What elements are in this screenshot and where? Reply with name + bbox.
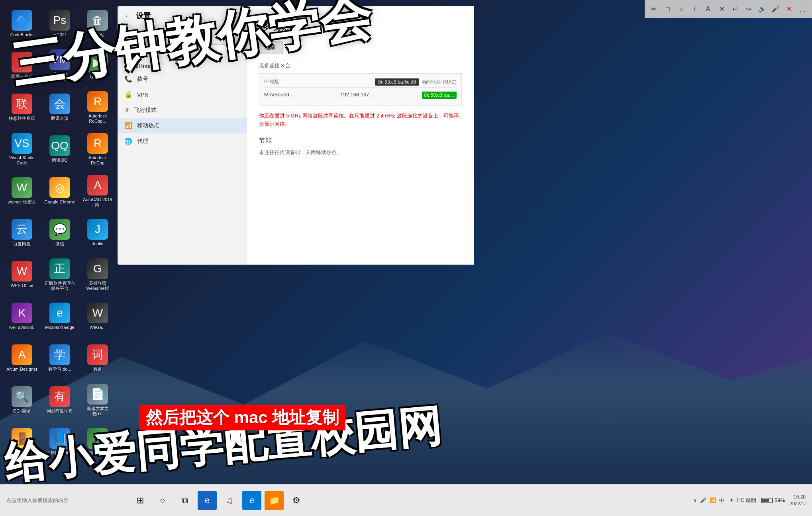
settings-search-box[interactable]: 🔍 [124, 44, 242, 56]
desktop-icon-wegame2[interactable]: W WeGa... [80, 297, 116, 336]
taskbar-start-button[interactable]: ⊞ [131, 491, 150, 510]
mic-button[interactable]: 🎤 [770, 3, 781, 16]
taskbar-edge2-button[interactable]: e [242, 491, 261, 510]
icon-img-voice: 🎤 [87, 428, 108, 449]
settings-nav-hotspot[interactable]: 📶 移动热点 [118, 118, 249, 133]
icon-label-new-txt: 新建文本文档.txt [82, 406, 114, 416]
desktop-icon-tencent-meeting[interactable]: 会 腾讯会议 [42, 88, 78, 127]
mosaic-tool-button[interactable]: ✕ [716, 3, 727, 16]
pencil-tool-button[interactable]: ✏ [649, 3, 660, 16]
battery-pct: 59% [775, 497, 785, 503]
desktop-icon-qc-target[interactable]: 🔍 QC_目录 [4, 380, 40, 420]
desktop-icon-wechat[interactable]: 💬 微信 [42, 213, 78, 253]
desktop-icon-new-txt[interactable]: 📄 新建文本文档.txt [80, 380, 116, 420]
icon-label-keil: Keil uVision5 [9, 325, 34, 330]
desktop-icon-ps2021[interactable]: Ps ps2021 [42, 4, 78, 44]
taskbar-settings-button[interactable]: ⚙ [287, 491, 306, 510]
desktop-icon-chrome[interactable]: ◎ Google Chrome [42, 171, 78, 211]
desktop-icon-wegame[interactable]: G 英雄联盟 WeGame版 [80, 255, 116, 295]
desktop-icon-youxue2[interactable]: 词 有道 [80, 338, 116, 378]
close-toolbar-button[interactable]: ✕ [783, 3, 794, 16]
proxy-label: 代理 [137, 138, 148, 145]
text-tool-button[interactable]: A [702, 3, 714, 16]
taskbar-search-area[interactable]: 在这里输入你要搜索的内容 [0, 497, 127, 504]
icon-img-baidu: 云 [12, 219, 32, 240]
icon-img-netease-dict: 有 [49, 386, 70, 407]
settings-search-input[interactable] [129, 47, 231, 53]
device-mac-highlight: 8c:53:c3:ba:... [422, 92, 457, 99]
settings-home-button[interactable]: ⌂ 主页 [118, 26, 249, 41]
line-tool-button[interactable]: / [689, 3, 700, 16]
device-ip: 192.168.137.... [340, 92, 375, 99]
desktop-icon-joplin[interactable]: J Joplin [80, 213, 116, 253]
desktop-icon-codeblocks[interactable]: 🔷 CodeBlocks [4, 4, 40, 44]
dialup-icon: 📞 [124, 75, 132, 83]
icon-img-lenovo: 联 [12, 94, 32, 114]
desktop-icon-zhengban[interactable]: 正 正版软件管理与服务平台 [42, 255, 78, 295]
tray-mic-icon: 🎤 [700, 497, 706, 503]
tray-lang[interactable]: 中 [719, 497, 724, 504]
icon-label-altium: Altium Designer [6, 367, 37, 372]
expand-toolbar-button[interactable]: ⛶ [797, 3, 808, 16]
icon-img-wps: W [12, 261, 32, 281]
settings-nav-dialup[interactable]: 📞 拨号 [118, 71, 249, 87]
desktop-icon-qq-video[interactable]: ▶ QQ影音 [80, 46, 116, 86]
desktop-icon-keil[interactable]: K Keil uVision5 [4, 297, 40, 336]
redo-button[interactable]: ↪ [743, 3, 754, 16]
icon-label-qc-target: QC_目录 [13, 408, 31, 414]
device-table-row: MiAiSound... 192.168.137.... 8c:53:c3:ba… [264, 90, 457, 100]
rectangle-tool-button[interactable]: □ [662, 3, 673, 16]
icon-img-qc-target: 🔍 [12, 386, 32, 407]
desktop-icon-physics[interactable]: 📘 计算物理 docx [42, 422, 78, 462]
desktop-icon-lenovo[interactable]: 联 联想软件商店 [4, 88, 40, 127]
airplane-label: 飞行模式 [134, 107, 157, 114]
desktop-icon-wps[interactable]: W WPS Office [4, 255, 40, 295]
edit-button[interactable]: 编辑 [259, 41, 283, 54]
taskbar-search-button[interactable]: ○ [153, 491, 172, 510]
icon-img-tencent-meeting: 会 [49, 94, 70, 114]
desktop-icons-area: 🔷 CodeBlocks Ps ps2021 🗑 回收站 ♫ 网易云音乐 VM … [0, 0, 116, 484]
tray-up-arrow[interactable]: ∧ [693, 497, 697, 503]
desktop-icon-autodesk-recap2[interactable]: R Autodesk ReCap [80, 129, 116, 169]
desktop-icon-netease-dict[interactable]: 有 网易有道词典 [42, 380, 78, 420]
desktop-icon-altium[interactable]: A Altium Designer [4, 338, 40, 378]
proxy-icon: 🌐 [124, 137, 132, 145]
settings-back-button[interactable]: ← [124, 12, 131, 20]
desktop-icon-tencent-qq[interactable]: QQ 腾讯QQ [42, 129, 78, 169]
desktop-icon-youxue[interactable]: 学 有学习.do... [42, 338, 78, 378]
desktop-icon-kaimen[interactable]: 🚪 开门 [4, 422, 40, 462]
search-icon: 🔍 [231, 47, 238, 53]
taskbar-folder-button[interactable]: 📁 [265, 491, 284, 510]
icon-label-edge: Microsoft Edge [45, 325, 74, 330]
icon-img-autodesk-recap: R [87, 91, 108, 112]
taskbar-task-view-button[interactable]: ⧉ [175, 491, 194, 510]
settings-nav-vpn[interactable]: 🔒 VPN [118, 87, 249, 102]
settings-nav-proxy[interactable]: 🌐 代理 [118, 133, 249, 149]
desktop-icon-vmware[interactable]: VM VMware Workstati... [42, 46, 78, 86]
desktop-icon-autocad[interactable]: A AutoCAD 2019 - 简... [80, 171, 116, 211]
clock-date: 2022/1/ [790, 500, 806, 507]
clock-widget[interactable]: 16:20 2022/1/ [790, 494, 806, 507]
desktop-icon-wemee[interactable]: W wemee 快捷方 [4, 171, 40, 211]
desktop-icon-edge[interactable]: e Microsoft Edge [42, 297, 78, 336]
desktop-icon-recycle[interactable]: 🗑 回收站 [80, 4, 116, 44]
icon-img-tencent-qq: QQ [49, 135, 70, 156]
desktop-icon-autodesk-recap[interactable]: R Autodesk ReCap... [80, 88, 116, 127]
icon-img-youxue2: 词 [87, 344, 108, 365]
desktop-icon-netease[interactable]: ♫ 网易云音乐 [4, 46, 40, 86]
icon-img-kaimen: 🚪 [12, 428, 32, 449]
icon-img-ps2021: Ps [49, 10, 70, 31]
audio-button[interactable]: 🔊 [757, 3, 768, 16]
undo-button[interactable]: ↩ [730, 3, 741, 16]
icon-img-vscode: VS [12, 133, 32, 154]
taskbar-edge-button[interactable]: e [198, 491, 217, 510]
hotspot-label: 移动热点 [137, 122, 159, 129]
icon-label-autocad: AutoCAD 2019 - 简... [82, 197, 114, 207]
desktop-icon-baidu[interactable]: 云 百度网盘 [4, 213, 40, 253]
taskbar-netease-button[interactable]: ♫ [220, 491, 239, 510]
desktop-icon-voice[interactable]: 🎤 语音关门 [80, 422, 116, 462]
circle-tool-button[interactable]: ○ [676, 3, 687, 16]
settings-nav-airplane[interactable]: ✈ 飞行模式 [118, 102, 249, 118]
desktop-icon-vscode[interactable]: VS Visual Studio Code [4, 129, 40, 169]
weather-widget[interactable]: ☀ 1°C 晴朗 [729, 497, 756, 504]
